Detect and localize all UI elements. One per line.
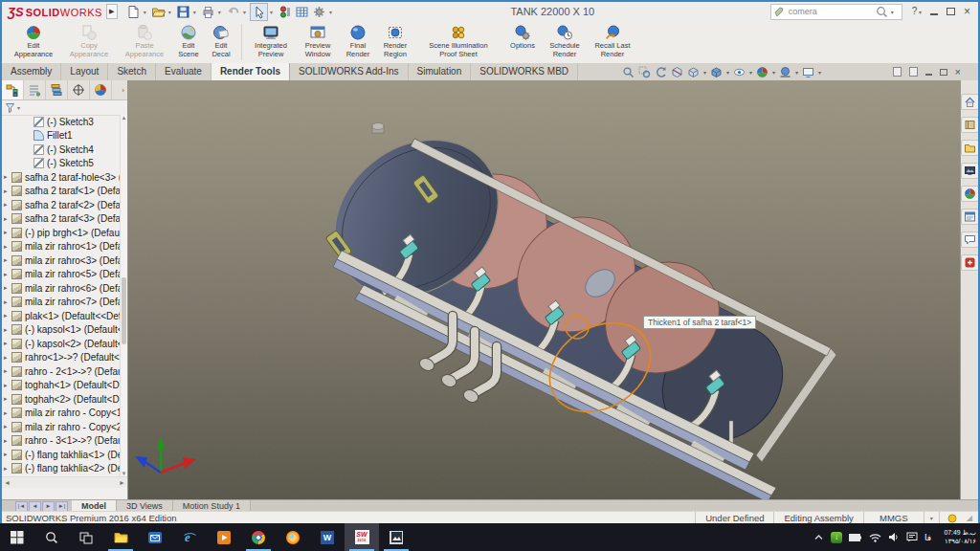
tree-item[interactable]: ▸mila zir rahro - Copy<1>- [2,407,121,421]
select-caret-icon[interactable]: ▾ [270,9,273,15]
tree-item[interactable]: (-) Sketch3 [2,115,121,129]
tree-item[interactable]: ▸(-) kapsol<1> (Default<< [2,323,121,338]
expand-arrow-icon[interactable]: ▸ [4,312,11,320]
display-style-caret-icon[interactable]: ▾ [726,69,729,76]
language-indicator[interactable]: فا [924,533,931,542]
chrome-app[interactable] [241,523,276,551]
idm-tray-icon[interactable]: ↓ [831,532,842,543]
tree-item[interactable]: Fillet1 [2,129,121,143]
tab-layout[interactable]: Layout [61,63,108,80]
tree-item[interactable]: ▸rahro<1>->? (Default<<D [2,351,121,365]
tree-item[interactable]: ▸(-) pip brgh<1> (Default< [2,226,121,240]
recall-last-render-button[interactable]: Recall LastRender [587,21,638,63]
tree-item[interactable]: ▸(-) flang takhlia<2> (Defa [2,462,121,476]
tree-item[interactable]: ▸safha 2 taraf<3> (Default [2,212,121,227]
custom-properties-tab[interactable] [961,209,979,225]
previous-view-icon[interactable] [655,66,667,78]
tree-item[interactable]: ▸rahro - 3<1>->? (Default- [2,434,121,449]
select-button[interactable] [250,3,268,21]
render-options-button[interactable]: Options [502,21,543,63]
expand-arrow-icon[interactable]: ▸ [4,187,11,195]
options-caret-icon[interactable]: ▾ [329,9,332,15]
filter-funnel-icon[interactable] [5,102,15,113]
solidworks-app[interactable]: SW2016 [345,523,379,551]
edit-scene-button[interactable]: EditScene [172,21,205,63]
display-style-icon[interactable] [710,66,723,78]
expand-arrow-icon[interactable]: ▸ [4,409,11,417]
tree-item[interactable]: ▸toghah<2> (Default<Disp [2,392,121,407]
expand-arrow-icon[interactable]: ▸ [4,229,11,236]
expand-arrow-icon[interactable]: ▸ [4,256,11,264]
home-tab[interactable] [961,94,979,110]
section-view-icon[interactable] [671,66,683,78]
expand-arrow-icon[interactable]: ▸ [4,340,11,347]
appearance-caret-icon[interactable]: ▾ [772,69,775,76]
tree-item[interactable]: ▸plak<1> (Default<<Defau [2,309,121,323]
resize-grip[interactable]: ◢ [965,514,978,522]
tab-simulation[interactable]: Simulation [409,63,472,80]
expand-arrow-icon[interactable]: ▸ [4,395,11,403]
tree-item[interactable]: ▸mila zir rahro<1> (Defaul [2,240,121,254]
schedule-render-button[interactable]: ScheduleRender [543,21,587,63]
undo-caret-icon[interactable]: ▾ [243,9,246,15]
tree-item[interactable]: (-) Sketch5 [2,157,121,171]
help-button[interactable]: ? ▾ [912,7,922,17]
wifi-icon[interactable] [869,533,881,542]
expand-arrow-icon[interactable]: ▸ [4,367,11,375]
expand-arrow-icon[interactable]: ▸ [4,298,11,306]
minimize-button[interactable] [930,8,938,15]
volume-icon[interactable] [888,532,900,542]
tree-item[interactable]: ▸safha 2 taraf-hole<3> (De [2,170,121,185]
new-document-button[interactable] [125,4,142,20]
tree-vertical-scrollbar[interactable]: ▲▼ [120,115,127,476]
tray-expand-chevron-icon[interactable] [813,533,824,541]
prev-tab-button[interactable]: ◄ [29,501,41,512]
dimxpert-manager-tab[interactable] [68,80,90,99]
addin-tab[interactable] [961,254,979,271]
doc-tile-icon[interactable] [909,67,918,77]
maximize-button[interactable] [947,8,955,15]
open-button[interactable] [150,4,167,20]
hide-show-items-icon[interactable] [733,66,746,78]
tree-horizontal-scrollbar[interactable]: ◄► [2,476,127,488]
last-tab-button[interactable]: ►| [56,501,68,512]
design-library-tab[interactable] [961,117,979,133]
expand-arrow-icon[interactable]: ▸ [4,284,11,292]
expand-arrow-icon[interactable]: ▸ [4,451,11,458]
expand-arrow-icon[interactable]: ▸ [4,271,11,278]
scroll-left-arrow[interactable]: ◄ [4,479,11,486]
options-gear-button[interactable] [311,4,327,20]
display-manager-tab[interactable] [90,80,112,99]
taskbar-clock[interactable]: 07:49 ب.ظ ۱۳۹۵/۰۸/۱۶ [938,529,976,545]
word-app[interactable]: W [310,523,345,551]
battery-icon[interactable] [849,533,862,542]
component-preview-button[interactable] [277,4,293,20]
expand-arrow-icon[interactable]: ▸ [4,465,11,473]
zoom-fit-icon[interactable] [622,66,635,78]
expand-arrow-icon[interactable]: ▸ [4,354,11,362]
expand-arrow-icon[interactable]: ▸ [4,215,11,223]
first-tab-button[interactable]: |◄ [15,501,28,512]
tree-item[interactable]: ▸mila zir rahro<3> (Defaul [2,253,121,268]
tree-item[interactable]: ▸safha 2 taraf<1> (Default [2,185,121,199]
configuration-manager-tab[interactable] [46,80,68,99]
print-caret-icon[interactable]: ▾ [218,9,221,15]
tab-solidworks-mbd[interactable]: SOLIDWORKS MBD [471,63,578,80]
print-button[interactable] [200,4,216,20]
tree-item[interactable]: ▸safha 2 taraf<2> (Default [2,198,121,212]
tab-render-tools[interactable]: Render Tools [212,63,290,80]
panel-tabs-overflow[interactable]: › [112,80,127,99]
file-explorer-app[interactable] [103,523,138,551]
expand-arrow-icon[interactable]: ▸ [4,437,11,445]
doc-close-button[interactable]: × [955,66,961,77]
edit-appearance-button[interactable]: EditAppearance [6,21,61,63]
expand-arrow-icon[interactable]: ▸ [4,173,11,181]
edit-decal-button[interactable]: EditDecal [205,21,237,63]
feature-manager-tab[interactable] [2,80,24,99]
mail-app[interactable] [138,523,172,551]
action-center-icon[interactable] [906,532,918,542]
doc-cascade-icon[interactable] [893,67,902,77]
expand-arrow-icon[interactable]: ▸ [4,201,11,209]
property-manager-tab[interactable] [24,80,46,99]
view-palette-tab[interactable] [961,163,979,179]
